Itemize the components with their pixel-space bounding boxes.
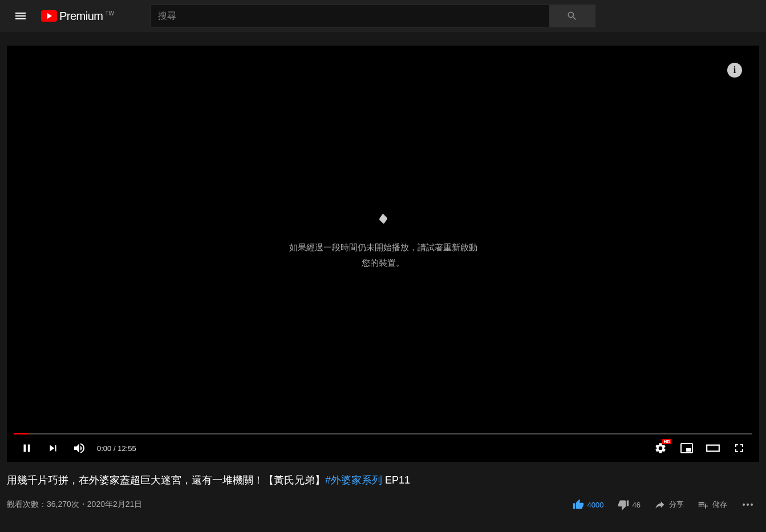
thumbs-down-icon <box>618 499 629 510</box>
video-title: 用幾千片巧拼，在外婆家蓋超巨大迷宮，還有一堆機關！【黃氏兄弟】#外婆家系列 EP… <box>7 473 759 488</box>
title-suffix: EP11 <box>382 474 410 486</box>
share-label: 分享 <box>669 499 684 510</box>
like-button[interactable]: 4000 <box>568 494 609 515</box>
time-display: 0:00 / 12:55 <box>97 444 136 453</box>
dislike-count: 46 <box>633 501 641 509</box>
fullscreen-icon <box>732 441 746 455</box>
time-current: 0:00 <box>97 444 111 453</box>
search-button[interactable] <box>550 5 595 27</box>
search-form <box>151 5 595 27</box>
volume-button[interactable] <box>66 434 92 462</box>
share-button[interactable]: 分享 <box>650 494 688 515</box>
next-button[interactable] <box>40 434 66 462</box>
app-header: Premium TW <box>0 0 766 32</box>
svg-point-0 <box>743 503 745 506</box>
action-bar: 4000 46 分享 儲存 <box>568 494 759 515</box>
video-meta: 用幾千片巧拼，在外婆家蓋超巨大迷宮，還有一堆機關！【黃氏兄弟】#外婆家系列 EP… <box>7 473 759 515</box>
youtube-icon <box>41 10 57 22</box>
video-player[interactable]: i 如果經過一段時間仍未開始播放，請試著重新啟動 您的裝置。 0:00 / 12… <box>7 46 759 462</box>
title-text: 用幾千片巧拼，在外婆家蓋超巨大迷宮，還有一堆機關！【黃氏兄弟】 <box>7 474 325 486</box>
skip-next-icon <box>47 442 59 454</box>
miniplayer-icon <box>680 441 694 455</box>
thumbs-up-icon <box>573 499 584 510</box>
player-controls: 0:00 / 12:55 HD <box>7 434 759 462</box>
spinner-icon <box>379 214 387 224</box>
pause-button[interactable] <box>14 434 40 462</box>
fullscreen-button[interactable] <box>726 434 752 462</box>
like-count: 4000 <box>587 501 604 509</box>
pause-icon <box>21 442 33 454</box>
logo-text: Premium <box>59 10 103 23</box>
save-button[interactable]: 儲存 <box>693 494 732 515</box>
meta-row: 觀看次數：36,270次・2020年2月21日 4000 46 分享 儲存 <box>7 494 759 515</box>
view-count-date: 觀看次數：36,270次・2020年2月21日 <box>7 499 142 510</box>
search-input[interactable] <box>151 5 550 27</box>
share-icon <box>654 499 666 510</box>
svg-point-2 <box>751 503 753 506</box>
settings-button[interactable]: HD <box>647 434 674 462</box>
theater-button[interactable] <box>700 434 726 462</box>
hd-badge: HD <box>662 439 671 444</box>
time-total: 12:55 <box>117 444 136 453</box>
svg-point-1 <box>747 503 749 506</box>
volume-icon <box>72 441 86 455</box>
loading-overlay: 如果經過一段時間仍未開始播放，請試著重新啟動 您的裝置。 <box>289 216 477 270</box>
logo[interactable]: Premium TW <box>41 10 114 23</box>
save-label: 儲存 <box>712 499 727 510</box>
info-button[interactable]: i <box>727 63 742 78</box>
hamburger-icon <box>14 9 27 23</box>
logo-region: TW <box>106 10 115 17</box>
info-icon: i <box>733 65 736 75</box>
more-actions-button[interactable] <box>736 498 759 511</box>
search-icon <box>566 10 578 22</box>
title-hashtag[interactable]: #外婆家系列 <box>325 474 382 486</box>
more-horizontal-icon <box>741 498 755 511</box>
playlist-add-icon <box>698 499 709 510</box>
menu-button[interactable] <box>9 5 32 27</box>
loading-message: 如果經過一段時間仍未開始播放，請試著重新啟動 您的裝置。 <box>289 239 477 270</box>
miniplayer-button[interactable] <box>674 434 700 462</box>
theater-icon <box>706 441 720 456</box>
dislike-button[interactable]: 46 <box>613 494 645 515</box>
